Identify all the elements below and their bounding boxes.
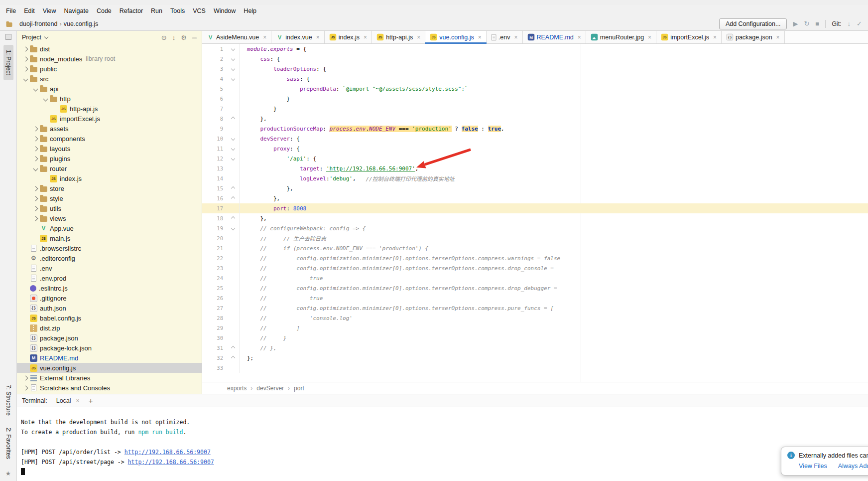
chevron-down-icon[interactable] <box>33 166 38 171</box>
close-icon[interactable]: × <box>76 397 80 404</box>
tab-index-js[interactable]: index.js× <box>325 31 372 43</box>
tree-item-dist[interactable]: dist <box>17 44 202 54</box>
tree-item-http[interactable]: http <box>17 94 202 104</box>
code-line-26[interactable]: 26 // true <box>202 293 868 303</box>
tree-item-package-json[interactable]: package.json <box>17 333 202 343</box>
code-line-18[interactable]: 18 }, <box>202 213 868 223</box>
menu-run[interactable]: Run <box>147 6 166 15</box>
code-line-17[interactable]: 17 port: 8008 <box>202 203 868 213</box>
tab-package-json[interactable]: package.json× <box>722 31 785 43</box>
tree-item-readme-md[interactable]: README.md <box>17 353 202 363</box>
new-terminal-tab-button[interactable]: + <box>89 396 93 405</box>
code-line-1[interactable]: 1module.exports = { <box>202 44 868 54</box>
code-line-5[interactable]: 5 prependData: `@import "~@/assets/scss/… <box>202 84 868 94</box>
close-icon[interactable]: × <box>417 34 420 41</box>
terminal-output[interactable]: Note that the development build is not o… <box>17 407 868 477</box>
always-add-link[interactable]: Always Add <box>838 463 868 470</box>
fold-marker-icon[interactable] <box>231 216 235 220</box>
tree-item-external-libraries[interactable]: External Libraries <box>17 373 202 383</box>
chevron-right-icon[interactable] <box>33 136 38 141</box>
menu-window[interactable]: Window <box>210 6 240 15</box>
chevron-right-icon[interactable] <box>33 126 38 131</box>
fold-marker-icon[interactable] <box>231 67 235 71</box>
tree-item-package-lock-json[interactable]: package-lock.json <box>17 343 202 353</box>
tree-item-http-api-js[interactable]: http-api.js <box>17 104 202 114</box>
code-line-24[interactable]: 24 // true <box>202 273 868 283</box>
code-line-10[interactable]: 10 devServer: { <box>202 134 868 144</box>
code-line-32[interactable]: 32}; <box>202 353 868 363</box>
fold-marker-icon[interactable] <box>231 186 235 190</box>
fold-marker-icon[interactable] <box>231 77 235 81</box>
code-line-16[interactable]: 16 }, <box>202 193 868 203</box>
fold-marker-icon[interactable] <box>231 157 235 160</box>
tree-item-env[interactable]: .env <box>17 263 202 273</box>
fold-marker-icon[interactable] <box>231 57 235 61</box>
menu-file[interactable]: File <box>2 6 20 15</box>
editor-breadcrumb-exports[interactable]: exports <box>227 385 247 392</box>
chevron-down-icon[interactable] <box>23 76 28 81</box>
code-line-7[interactable]: 7 } <box>202 104 868 114</box>
sync-icon[interactable]: ↻ <box>804 20 809 27</box>
editor-breadcrumb-port[interactable]: port <box>294 385 304 392</box>
tree-item-importexcel-js[interactable]: importExcel.js <box>17 114 202 124</box>
fold-marker-icon[interactable] <box>231 356 235 360</box>
tab-asidemenu-vue[interactable]: AsideMenu.vue× <box>202 31 271 43</box>
close-icon[interactable]: × <box>263 34 266 41</box>
tree-item-babel-config-js[interactable]: babel.config.js <box>17 313 202 323</box>
code-line-29[interactable]: 29 // ] <box>202 323 868 333</box>
close-icon[interactable]: × <box>776 34 780 41</box>
tree-item-utils[interactable]: utils <box>17 203 202 213</box>
tree-item-app-vue[interactable]: App.vue <box>17 223 202 233</box>
code-line-27[interactable]: 27 // config.optimization.minimizer[0].o… <box>202 303 868 313</box>
close-icon[interactable]: × <box>514 34 517 41</box>
menu-help[interactable]: Help <box>240 6 260 15</box>
chevron-right-icon[interactable] <box>33 156 38 161</box>
fold-marker-icon[interactable] <box>231 147 235 151</box>
chevron-right-icon[interactable] <box>33 216 38 221</box>
chevron-right-icon[interactable] <box>33 146 38 151</box>
git-commit-icon[interactable]: ✓ <box>857 20 862 27</box>
chevron-down-icon[interactable] <box>44 35 48 39</box>
tree-item-env-prod[interactable]: .env.prod <box>17 273 202 283</box>
tab-menurouter-jpg[interactable]: menuRouter.jpg× <box>586 31 656 43</box>
fold-marker-icon[interactable] <box>231 117 235 121</box>
tree-item-node-modules[interactable]: node_moduleslibrary root <box>17 54 202 64</box>
code-line-21[interactable]: 21 // if (process.env.NODE_ENV === 'prod… <box>202 243 868 253</box>
code-line-9[interactable]: 9 productionSourceMap: process.env.NODE_… <box>202 124 868 134</box>
code-line-4[interactable]: 4 sass: { <box>202 74 868 84</box>
code-line-8[interactable]: 8 }, <box>202 114 868 124</box>
menu-vcs[interactable]: VCS <box>189 6 210 15</box>
tab-env[interactable]: .env× <box>487 31 523 43</box>
tree-item-eslintrc-js[interactable]: .eslintrc.js <box>17 283 202 293</box>
tree-item-router[interactable]: router <box>17 163 202 173</box>
stop-icon[interactable]: ■ <box>815 20 819 27</box>
menu-code[interactable]: Code <box>93 6 116 15</box>
chevron-right-icon[interactable] <box>23 375 28 380</box>
add-configuration-button[interactable]: Add Configuration... <box>719 18 787 29</box>
chevron-right-icon[interactable] <box>33 206 38 211</box>
code-line-30[interactable]: 30 // } <box>202 333 868 343</box>
close-icon[interactable]: × <box>364 34 367 41</box>
chevron-right-icon[interactable] <box>23 46 28 51</box>
terminal-tab-local[interactable]: Local × <box>52 395 84 406</box>
code-line-33[interactable]: 33 <box>202 363 868 373</box>
tree-item-plugins[interactable]: plugins <box>17 154 202 163</box>
code-line-6[interactable]: 6 } <box>202 94 868 104</box>
menu-navigate[interactable]: Navigate <box>60 6 93 15</box>
code-line-2[interactable]: 2 css: { <box>202 54 868 64</box>
code-line-31[interactable]: 31 // }, <box>202 343 868 353</box>
tree-item-editorconfig[interactable]: .editorconfig <box>17 253 202 263</box>
chevron-down-icon[interactable] <box>33 86 38 91</box>
tree-item-public[interactable]: public <box>17 64 202 74</box>
close-icon[interactable]: × <box>713 34 717 41</box>
locate-file-icon[interactable]: ⊙ <box>161 34 167 41</box>
tree-item-auth-json[interactable]: auth.json <box>17 303 202 313</box>
tree-item-style[interactable]: style <box>17 193 202 203</box>
breadcrumb-item-duoji-frontend[interactable]: duoji-frontend <box>18 20 58 27</box>
settings-gear-icon[interactable]: ⚙ <box>181 34 187 41</box>
tree-item-browserslistrc[interactable]: .browserslistrc <box>17 243 202 253</box>
hide-panel-icon[interactable]: ─ <box>192 34 197 41</box>
chevron-right-icon[interactable] <box>33 196 38 201</box>
tree-item-main-js[interactable]: main.js <box>17 233 202 243</box>
close-icon[interactable]: × <box>316 34 320 41</box>
